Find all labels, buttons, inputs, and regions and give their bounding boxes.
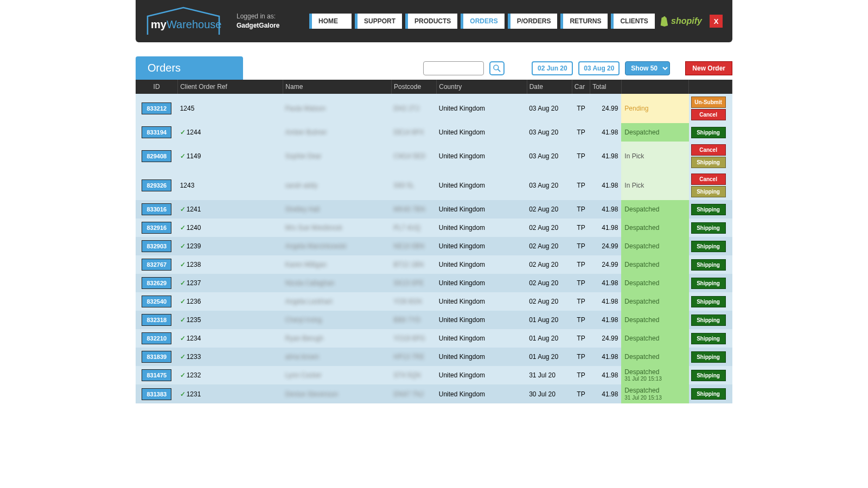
logged-in-info: Logged in as: GadgetGalore	[237, 12, 296, 30]
shipping-button[interactable]: Shipping	[691, 157, 726, 168]
country: United Kingdom	[437, 292, 527, 311]
actions-cell: Shipping	[689, 274, 732, 292]
order-id-link[interactable]: 832767	[142, 259, 171, 271]
carrier: TP	[572, 274, 590, 292]
carrier: TP	[572, 171, 590, 200]
customer-name: Lynn Cocker	[285, 371, 322, 379]
order-id-link[interactable]: 831383	[142, 388, 171, 400]
nav-returns[interactable]: RETURNS	[560, 14, 608, 29]
actions-cell: Shipping	[689, 348, 732, 366]
table-row: 831475✓1232Lynn CockerST4 5QNUnited King…	[136, 366, 732, 384]
logged-in-label: Logged in as:	[237, 12, 296, 21]
search-icon	[493, 64, 501, 73]
postcode: DH2 2TJ	[394, 105, 419, 112]
show-count-select[interactable]: Show 50	[625, 61, 670, 75]
shopify-link[interactable]: shopify	[659, 16, 702, 27]
shipping-button[interactable]: Shipping	[691, 222, 726, 234]
orders-table: ID Client Order Ref Name Postcode Countr…	[136, 80, 732, 403]
client-ref: 1233	[187, 353, 201, 361]
toolbar: Orders Show 50 New Order	[136, 56, 732, 80]
postcode: ST4 5QN	[394, 371, 421, 379]
order-id-link[interactable]: 829326	[142, 179, 171, 191]
check-icon: ✓	[180, 261, 186, 268]
order-id-link[interactable]: 833016	[142, 203, 171, 215]
postcode: PL7 4UQ	[394, 224, 420, 232]
nav-clients[interactable]: CLIENTS	[611, 14, 654, 29]
col-country[interactable]: Country	[437, 80, 527, 94]
shipping-button[interactable]: Shipping	[691, 296, 726, 307]
new-order-button[interactable]: New Order	[685, 61, 732, 75]
order-date: 02 Aug 20	[527, 219, 572, 237]
nav-porders[interactable]: P/ORDERS	[508, 14, 558, 29]
cancel-button[interactable]: Cancel	[691, 174, 726, 185]
carrier: TP	[572, 200, 590, 219]
check-icon: ✓	[180, 390, 186, 398]
actions-cell: Shipping	[689, 200, 732, 219]
nav-products[interactable]: PRODUCTS	[405, 14, 457, 29]
header-bar: myWarehouse Logged in as: GadgetGalore H…	[136, 0, 732, 42]
shipping-button[interactable]: Shipping	[691, 351, 726, 363]
customer-name: alma brown	[285, 353, 319, 361]
col-name[interactable]: Name	[283, 80, 392, 94]
shipping-button[interactable]: Shipping	[691, 388, 726, 400]
search-input[interactable]	[423, 61, 484, 75]
search-button[interactable]	[489, 61, 505, 75]
status-cell: Despatched	[621, 329, 688, 348]
col-date[interactable]: Date	[527, 80, 572, 94]
status-timestamp: 31 Jul 20 15:13	[624, 376, 685, 382]
order-id-link[interactable]: 832903	[142, 240, 171, 252]
order-date: 03 Aug 20	[527, 94, 572, 123]
customer-name: Nicola Callaghan	[285, 279, 335, 287]
order-id-link[interactable]: 832210	[142, 332, 171, 344]
order-id-link[interactable]: 832318	[142, 314, 171, 326]
shipping-button[interactable]: Shipping	[691, 314, 726, 326]
carrier: TP	[572, 255, 590, 274]
logo[interactable]: myWarehouse	[145, 5, 221, 37]
order-total: 24.99	[590, 329, 622, 348]
shipping-button[interactable]: Shipping	[691, 204, 726, 215]
country: United Kingdom	[437, 171, 527, 200]
order-total: 41.98	[590, 171, 622, 200]
customer-name: Mrs Sue Westbrook	[285, 224, 342, 232]
shipping-button[interactable]: Shipping	[691, 278, 726, 289]
nav-home[interactable]: HOME	[309, 14, 352, 29]
table-row: 833016✓1241Shelley HallMK40 7BNUnited Ki…	[136, 200, 732, 219]
order-id-link[interactable]: 829408	[142, 150, 171, 162]
close-button[interactable]: X	[710, 15, 723, 28]
cancel-button[interactable]: Cancel	[691, 109, 726, 120]
order-id-link[interactable]: 833194	[142, 126, 171, 138]
status-cell: Despatched31 Jul 20 15:13	[621, 384, 688, 403]
order-id-link[interactable]: 832916	[142, 222, 171, 234]
nav-orders[interactable]: ORDERS	[461, 14, 504, 29]
order-total: 41.98	[590, 366, 622, 384]
customer-name: Shelley Hall	[285, 206, 320, 213]
order-id-link[interactable]: 832540	[142, 296, 171, 307]
order-total: 41.98	[590, 348, 622, 366]
check-icon: ✓	[180, 353, 186, 361]
client-ref: 1149	[187, 152, 201, 160]
col-ref[interactable]: Client Order Ref	[178, 80, 283, 94]
order-total: 41.98	[590, 292, 622, 311]
shipping-button[interactable]: Shipping	[691, 333, 726, 344]
postcode: YO19 6PG	[394, 335, 425, 342]
nav-support[interactable]: SUPPORT	[355, 14, 402, 29]
order-id-link[interactable]: 831839	[142, 351, 171, 363]
customer-name: Denise Stevenson	[285, 390, 338, 398]
col-total[interactable]: Total	[590, 80, 622, 94]
order-date: 31 Jul 20	[527, 366, 572, 384]
order-id-link[interactable]: 832629	[142, 277, 171, 289]
shipping-button[interactable]: Shipping	[691, 186, 726, 197]
order-id-link[interactable]: 833212	[142, 102, 171, 114]
order-id-link[interactable]: 831475	[142, 369, 171, 381]
cancel-button[interactable]: Cancel	[691, 144, 726, 156]
unsubmit-button[interactable]: Un-Submit	[691, 97, 726, 108]
shipping-button[interactable]: Shipping	[691, 127, 726, 138]
shipping-button[interactable]: Shipping	[691, 259, 726, 271]
col-car[interactable]: Car	[572, 80, 590, 94]
date-to-input[interactable]	[578, 61, 620, 75]
shipping-button[interactable]: Shipping	[691, 241, 726, 252]
date-from-input[interactable]	[532, 61, 573, 75]
col-id[interactable]: ID	[136, 80, 178, 94]
col-postcode[interactable]: Postcode	[392, 80, 437, 94]
shipping-button[interactable]: Shipping	[691, 370, 726, 381]
